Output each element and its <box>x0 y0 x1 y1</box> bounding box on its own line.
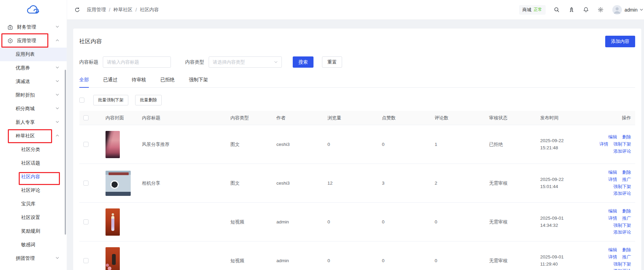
sidebar-item-label: 应用管理 <box>17 38 36 44</box>
column-header: 内容封面 <box>102 115 139 121</box>
row-checkbox[interactable] <box>83 258 88 263</box>
cover-thumbnail-red-flowers-figure[interactable] <box>106 247 120 270</box>
select-placeholder: 请选择内容类型 <box>213 59 245 65</box>
content-title-input[interactable] <box>103 56 171 68</box>
top-right-cluster: 商城 正常 admin <box>519 5 644 15</box>
add-comment-link[interactable]: 添加评论 <box>613 268 631 270</box>
edit-link[interactable]: 编辑 <box>608 134 617 141</box>
detail-link[interactable]: 详情 <box>608 254 617 261</box>
bell-icon[interactable] <box>583 7 589 13</box>
chevron-down-icon <box>55 106 59 110</box>
delete-link[interactable]: 删除 <box>622 208 631 215</box>
sidebar-item-points-mall[interactable]: 积分商城 <box>0 102 67 116</box>
detail-link[interactable]: 详情 <box>599 141 608 148</box>
sidebar-item-newcomer[interactable]: 新人专享 <box>0 116 67 129</box>
sidebar-item-label: 应用列表 <box>16 51 35 57</box>
sidebar-item-community-content[interactable]: 社区内容 <box>0 170 67 184</box>
likes-cell: 0 <box>379 219 431 224</box>
content-type-select[interactable]: 请选择内容类型 <box>209 56 282 68</box>
views-cell: 0 <box>324 142 379 147</box>
sidebar-item-label: 新人专享 <box>16 119 35 125</box>
tab-pending[interactable]: 待审核 <box>132 77 146 87</box>
cover-thumbnail-red-hanfu-figure[interactable] <box>106 208 120 236</box>
row-checkbox[interactable] <box>83 181 88 186</box>
tab-forced-off[interactable]: 强制下架 <box>189 77 208 87</box>
add-comment-link[interactable]: 添加评论 <box>613 229 631 236</box>
row-checkbox[interactable] <box>83 142 88 147</box>
search-button[interactable]: 搜索 <box>293 56 313 68</box>
comments-cell: 1 <box>431 142 486 147</box>
reset-button[interactable]: 重置 <box>322 56 342 68</box>
tab-rejected[interactable]: 已拒绝 <box>160 77 175 87</box>
edit-link[interactable]: 编辑 <box>608 208 617 215</box>
sidebar-item-community-category[interactable]: 社区分类 <box>0 143 67 156</box>
sidebar-item-treasure-library[interactable]: 宝贝库 <box>0 197 67 211</box>
batch-force-off-button[interactable]: 批量强制下架 <box>93 95 128 105</box>
breadcrumb-item[interactable]: 社区内容 <box>140 7 159 13</box>
sidebar-item-label: 种草社区 <box>16 133 35 139</box>
delete-link[interactable]: 删除 <box>622 247 631 254</box>
chevron-down-icon[interactable] <box>640 8 643 12</box>
tab-approved[interactable]: 已通过 <box>103 77 117 87</box>
add-comment-link[interactable]: 添加评论 <box>613 148 631 155</box>
sidebar-item-community-settings[interactable]: 社区设置 <box>0 211 67 224</box>
status-tabs: 全部 已通过 待审核 已拒绝 强制下架 <box>79 77 635 88</box>
likes-cell: 0 <box>379 142 431 147</box>
gear-icon[interactable] <box>598 7 603 13</box>
finance-icon <box>7 24 13 30</box>
sidebar-item-community-topic[interactable]: 社区话题 <box>0 156 67 170</box>
refresh-icon[interactable] <box>75 7 80 13</box>
batch-delete-button[interactable]: 批量删除 <box>135 95 162 105</box>
sidebar-item-community-comment[interactable]: 社区评论 <box>0 184 67 197</box>
add-comment-link[interactable]: 添加评论 <box>613 190 631 197</box>
chevron-up-icon <box>55 38 59 42</box>
edit-link[interactable]: 编辑 <box>608 247 617 254</box>
breadcrumb-item[interactable]: 应用管理 <box>87 7 106 13</box>
chevron-down-icon <box>55 79 59 83</box>
select-all-checkbox[interactable] <box>79 98 84 103</box>
app-cube-icon <box>7 38 13 44</box>
views-cell: 12 <box>324 181 379 186</box>
search-icon[interactable] <box>554 7 560 13</box>
cover-thumbnail-sunset-city[interactable] <box>106 131 120 158</box>
content-type-cell: 短视频 <box>227 258 273 264</box>
mall-status-badge[interactable]: 商城 正常 <box>519 5 546 15</box>
sidebar-item-sensitive-words[interactable]: 敏感词 <box>0 238 67 252</box>
breadcrumb-item[interactable]: 种草社区 <box>113 7 132 13</box>
cover-thumbnail-camera-ad[interactable] <box>106 171 131 196</box>
force-off-link[interactable]: 强制下架 <box>613 261 631 268</box>
row-checkbox[interactable] <box>83 219 88 224</box>
sidebar-item-grass-community[interactable]: 种草社区 <box>0 129 67 143</box>
sidebar-item-coupon[interactable]: 优惠券 <box>0 61 67 75</box>
sidebar-item-label: 宝贝库 <box>21 201 35 207</box>
add-content-button[interactable]: 添加内容 <box>605 36 635 47</box>
force-off-link[interactable]: 强制下架 <box>613 141 631 148</box>
delete-link[interactable]: 删除 <box>622 134 631 141</box>
rocket-icon[interactable] <box>568 7 574 13</box>
sidebar-item-full-reduction[interactable]: 满减送 <box>0 75 67 88</box>
force-off-link[interactable]: 强制下架 <box>613 222 631 229</box>
avatar[interactable] <box>612 5 622 15</box>
sidebar-item-finance[interactable]: 财务管理 <box>0 20 67 34</box>
sidebar-item-group-buy[interactable]: 拼团管理 <box>0 252 67 265</box>
sidebar-item-app-management[interactable]: 应用管理 <box>0 34 67 48</box>
status-cell: 已拒绝 <box>486 141 537 148</box>
username[interactable]: admin <box>625 7 638 13</box>
logo[interactable] <box>0 0 67 20</box>
promote-link[interactable]: 推广 <box>622 254 631 261</box>
sidebar-scrollbar[interactable] <box>65 70 66 235</box>
promote-link[interactable]: 推广 <box>622 176 631 183</box>
status-cell: 无需审核 <box>486 180 537 186</box>
sidebar-item-app-list[interactable]: 应用列表 <box>0 48 67 61</box>
sidebar-item-reward-rules[interactable]: 奖励规则 <box>0 224 67 238</box>
breadcrumb-separator: / <box>109 7 110 13</box>
detail-link[interactable]: 详情 <box>608 215 617 222</box>
force-off-link[interactable]: 强制下架 <box>613 183 631 190</box>
tab-all[interactable]: 全部 <box>79 77 89 88</box>
detail-link[interactable]: 详情 <box>608 176 617 183</box>
promote-link[interactable]: 推广 <box>622 215 631 222</box>
edit-link[interactable]: 编辑 <box>608 169 617 176</box>
header-checkbox[interactable] <box>83 115 88 120</box>
delete-link[interactable]: 删除 <box>622 169 631 176</box>
sidebar-item-time-discount[interactable]: 限时折扣 <box>0 88 67 102</box>
